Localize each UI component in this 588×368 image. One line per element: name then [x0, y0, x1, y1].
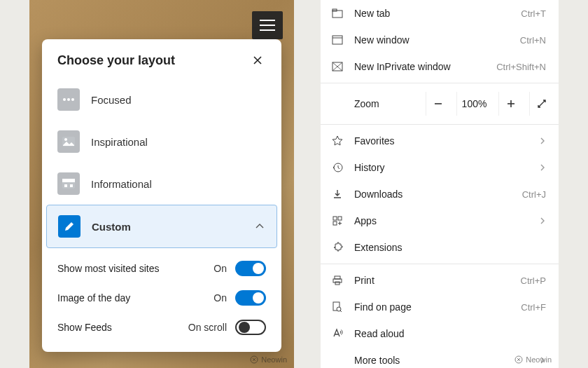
menu-label: Find on page: [354, 301, 511, 313]
menu-new-window[interactable]: New window Ctrl+N: [321, 27, 559, 53]
layout-title: Choose your layout: [57, 53, 175, 68]
svg-rect-22: [335, 276, 340, 279]
menu-read-aloud[interactable]: Read aloud: [321, 320, 559, 347]
svg-point-1: [67, 98, 70, 101]
custom-icon: [58, 215, 80, 238]
toggle-most-visited[interactable]: [235, 261, 266, 276]
chevron-up-icon: [254, 221, 265, 232]
svg-line-27: [340, 311, 342, 312]
focused-icon: [57, 88, 80, 111]
download-icon: [330, 187, 344, 201]
setting-show-feeds: Show Feeds On scroll: [57, 313, 266, 342]
zoom-out-button[interactable]: [426, 92, 449, 116]
toggle-image-of-day[interactable]: [235, 290, 266, 306]
menu-shortcut: Ctrl+T: [521, 8, 546, 19]
chevron-right-icon: [539, 137, 546, 145]
browser-menu: New tab Ctrl+T New window Ctrl+N New InP…: [321, 0, 559, 368]
menu-label: New InPrivate window: [354, 61, 486, 72]
watermark: Neowin: [514, 355, 552, 364]
layout-option-focused[interactable]: Focused: [42, 79, 281, 121]
layout-option-custom[interactable]: Custom: [46, 205, 277, 248]
menu-downloads[interactable]: Downloads Ctrl+J: [321, 181, 559, 207]
svg-rect-19: [333, 217, 337, 220]
star-icon: [330, 134, 344, 148]
menu-separator: [321, 264, 559, 264]
menu-separator: [321, 124, 559, 125]
menu-shortcut: Ctrl+N: [520, 35, 546, 46]
watermark: Neowin: [250, 355, 287, 364]
svg-rect-7: [64, 184, 67, 187]
layout-option-informational[interactable]: Informational: [42, 163, 281, 205]
history-icon: [330, 161, 344, 175]
svg-rect-20: [338, 217, 342, 220]
close-icon[interactable]: [249, 52, 266, 69]
find-icon: [330, 300, 344, 314]
menu-shortcut: Ctrl+Shift+N: [496, 62, 546, 72]
layout-option-label: Custom: [92, 221, 131, 233]
menu-shortcut: Ctrl+P: [521, 275, 546, 286]
setting-most-visited: Show most visited sites On: [57, 254, 266, 283]
menu-label: More tools: [354, 355, 529, 366]
new-window-icon: [330, 33, 344, 47]
svg-rect-21: [333, 222, 337, 225]
layout-option-inspirational[interactable]: Inspirational: [42, 121, 281, 163]
menu-extensions[interactable]: Extensions: [321, 234, 559, 261]
menu-label: Downloads: [354, 189, 512, 200]
menu-apps[interactable]: Apps: [321, 207, 559, 234]
menu-label: History: [354, 162, 529, 173]
print-icon: [330, 273, 344, 287]
menu-print[interactable]: Print Ctrl+P: [321, 267, 559, 294]
svg-point-2: [71, 98, 74, 101]
chevron-right-icon: [539, 217, 546, 225]
menu-label: Print: [354, 275, 511, 286]
svg-rect-12: [332, 36, 342, 44]
inspirational-icon: [57, 130, 80, 153]
menu-label: New tab: [354, 8, 511, 19]
menu-label: New window: [354, 34, 510, 46]
informational-icon: [57, 172, 80, 195]
setting-state: On: [214, 292, 227, 304]
layout-option-label: Informational: [91, 178, 152, 190]
inprivate-icon: [330, 60, 344, 74]
menu-label: Extensions: [354, 242, 546, 253]
read-aloud-icon: [330, 327, 344, 341]
apps-icon: [330, 214, 344, 228]
svg-rect-6: [62, 179, 75, 182]
svg-rect-8: [70, 184, 73, 187]
setting-label: Show Feeds: [57, 322, 112, 333]
menu-zoom-row: Zoom 100%: [321, 86, 559, 121]
toggle-show-feeds[interactable]: [235, 320, 266, 335]
menu-history[interactable]: History: [321, 154, 559, 181]
new-tab-background: Choose your layout Focused Inspirational…: [29, 0, 294, 368]
setting-label: Image of the day: [57, 292, 130, 304]
setting-label: Show most visited sites: [57, 263, 160, 274]
setting-image-of-day: Image of the day On: [57, 283, 266, 313]
layout-option-label: Focused: [91, 94, 132, 106]
custom-settings: Show most visited sites On Image of the …: [42, 248, 281, 342]
svg-point-4: [64, 138, 67, 141]
chevron-right-icon: [539, 163, 546, 172]
svg-point-0: [63, 98, 66, 101]
extensions-icon: [330, 240, 344, 254]
menu-shortcut: Ctrl+F: [521, 302, 546, 313]
menu-new-tab[interactable]: New tab Ctrl+T: [321, 0, 559, 27]
menu-new-inprivate[interactable]: New InPrivate window Ctrl+Shift+N: [321, 53, 559, 80]
menu-favorites[interactable]: Favorites: [321, 128, 559, 154]
menu-label: Favorites: [354, 135, 529, 146]
menu-shortcut: Ctrl+J: [522, 189, 546, 200]
setting-state: On: [214, 263, 227, 274]
new-tab-icon: [330, 6, 344, 20]
hamburger-button[interactable]: [252, 11, 283, 39]
blank-icon: [330, 353, 344, 367]
zoom-in-button[interactable]: [498, 92, 522, 116]
menu-label: Apps: [354, 215, 529, 226]
fullscreen-button[interactable]: [529, 92, 553, 116]
menu-label: Read aloud: [354, 328, 546, 339]
zoom-value: 100%: [456, 92, 491, 116]
layout-option-label: Inspirational: [91, 136, 148, 148]
layout-card: Choose your layout Focused Inspirational…: [42, 39, 281, 352]
menu-separator: [321, 83, 559, 83]
zoom-label: Zoom: [354, 98, 419, 109]
setting-state: On scroll: [188, 322, 227, 333]
menu-find-on-page[interactable]: Find on page Ctrl+F: [321, 294, 559, 320]
